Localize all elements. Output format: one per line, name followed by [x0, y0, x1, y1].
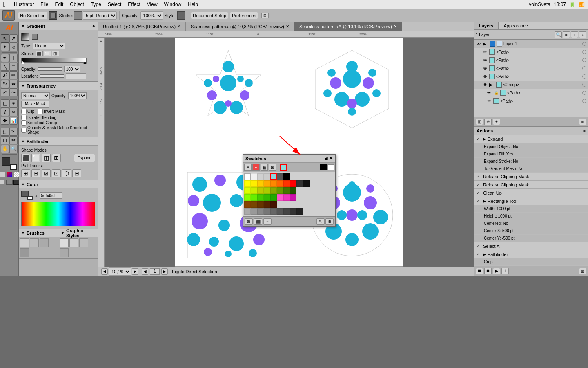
- rotate-tool[interactable]: ↻: [1, 80, 9, 88]
- sc-3[interactable]: [257, 180, 264, 187]
- black-swatch[interactable]: [320, 164, 327, 170]
- view-normal[interactable]: [0, 180, 5, 185]
- action-new-btn[interactable]: +: [501, 268, 509, 274]
- layer-path-3[interactable]: 👁 <Path>: [474, 64, 588, 72]
- layer-path-1[interactable]: 👁 <Path>: [474, 48, 588, 56]
- path-1-eye[interactable]: 👁: [482, 49, 488, 55]
- sr-5-9[interactable]: [296, 208, 303, 215]
- sr-2-7[interactable]: [283, 187, 290, 194]
- page-prev[interactable]: ◀: [142, 268, 148, 275]
- swatch-delete[interactable]: 🗑: [325, 218, 334, 225]
- tab-layers[interactable]: Layers: [474, 22, 499, 29]
- sr-4-5[interactable]: [270, 201, 277, 208]
- action-pathfinder[interactable]: ✓ ▶ Pathfinder: [474, 250, 588, 258]
- layer-group-1[interactable]: 👁 ▶ <Group>: [474, 81, 588, 89]
- path-5-lock[interactable]: 🔒: [493, 91, 499, 95]
- stroke-btn-1[interactable]: ⬛: [36, 51, 43, 56]
- swatch-show-gradient[interactable]: ▦: [261, 164, 268, 171]
- zoom-select[interactable]: 10,1%: [109, 267, 131, 276]
- stroke-weight-select[interactable]: 5 pt. Round: [83, 11, 117, 20]
- sc-4[interactable]: [264, 180, 270, 187]
- none-swatch[interactable]: [0, 172, 5, 177]
- opacity-t-value[interactable]: 100%: [68, 92, 87, 99]
- sc-6[interactable]: [277, 180, 283, 187]
- gradient-stroke-fill[interactable]: [32, 34, 38, 40]
- color-stroke-swatch[interactable]: [27, 196, 33, 200]
- slice-tool[interactable]: ✂: [9, 128, 18, 136]
- swatch-show-color[interactable]: ●: [252, 164, 260, 171]
- swatch-show-all[interactable]: ≡: [244, 164, 252, 171]
- action-delete-btn[interactable]: 🗑: [579, 268, 586, 274]
- path-2-target[interactable]: [582, 58, 586, 62]
- gradient-swatch-preview[interactable]: [21, 33, 29, 41]
- path-1-target[interactable]: [582, 50, 586, 54]
- preferences-button[interactable]: Preferences: [230, 12, 258, 19]
- path-5-target[interactable]: [582, 91, 586, 95]
- path-5-eye[interactable]: 👁: [486, 90, 492, 96]
- brush-swatch-3[interactable]: [40, 238, 49, 247]
- opacity-mask-check[interactable]: [21, 128, 27, 133]
- color-spectrum[interactable]: [21, 202, 95, 226]
- menu-type[interactable]: Type: [91, 2, 101, 7]
- action-record-btn[interactable]: ⏺: [484, 268, 492, 274]
- knockout-check[interactable]: [21, 120, 27, 126]
- stroke-btn-2[interactable]: ⬜: [44, 51, 51, 56]
- layer-options-btn[interactable]: ≡: [563, 31, 570, 38]
- path-4-eye[interactable]: 👁: [482, 74, 488, 79]
- make-slash-release[interactable]: ◫: [476, 119, 483, 125]
- sr-5-6[interactable]: [277, 208, 283, 215]
- expand-arrow[interactable]: ▶: [483, 41, 488, 47]
- sr-3-4[interactable]: [264, 194, 270, 201]
- pathfinder-header[interactable]: ▼ Pathfinder: [19, 137, 98, 146]
- gradient-type-select[interactable]: Linear: [33, 43, 65, 49]
- action-release-clip-2[interactable]: ✓ Release Clipping Mask: [474, 181, 588, 189]
- menu-edit[interactable]: Edit: [55, 2, 64, 7]
- sr-5-5[interactable]: [270, 208, 277, 215]
- stroke-tool-swatch[interactable]: [10, 164, 17, 170]
- opacity-select[interactable]: 100%: [140, 11, 163, 20]
- hex-value-input[interactable]: [40, 192, 62, 199]
- pencil-tool[interactable]: ✏: [9, 71, 18, 79]
- type-tool[interactable]: T: [9, 54, 18, 62]
- divide-btn[interactable]: ⊞: [21, 169, 30, 177]
- style-swatch[interactable]: [177, 11, 185, 20]
- opacity-slider[interactable]: [38, 67, 62, 71]
- brush-swatch-2[interactable]: [30, 238, 39, 247]
- sr-3-5[interactable]: [270, 194, 277, 201]
- gradient-tool[interactable]: ◫: [1, 99, 9, 108]
- location-slider[interactable]: [40, 74, 64, 78]
- path-3-target[interactable]: [582, 66, 586, 70]
- opacity-g-value[interactable]: 100%: [64, 66, 80, 72]
- scissors-tool[interactable]: ✂: [9, 136, 18, 144]
- line-tool[interactable]: ╲: [1, 63, 9, 71]
- view-outline[interactable]: [6, 180, 13, 185]
- merge-btn[interactable]: ⊠: [42, 169, 51, 177]
- artboard-tool[interactable]: ⬚: [1, 128, 9, 136]
- sr-3-2[interactable]: [251, 194, 257, 201]
- zoom-tool[interactable]: 🔍: [9, 145, 18, 153]
- group-target[interactable]: [582, 83, 586, 87]
- clip-checkbox[interactable]: Clip: [21, 109, 34, 114]
- stroke-btn-3[interactable]: ◫: [52, 51, 59, 56]
- selection-tool[interactable]: ↖: [1, 34, 9, 43]
- swatch-light1[interactable]: [251, 173, 257, 180]
- sr-2-5[interactable]: [270, 187, 277, 194]
- stroke-color[interactable]: [74, 11, 82, 20]
- swatch-light3[interactable]: [264, 173, 270, 180]
- color-header[interactable]: ▼ Color: [19, 180, 98, 188]
- sr-4-1[interactable]: [244, 201, 251, 208]
- sr-2-2[interactable]: [251, 187, 257, 194]
- tab-appearance[interactable]: Appearance: [499, 22, 533, 29]
- sr-3-7[interactable]: [283, 194, 290, 201]
- sr-4-4[interactable]: [264, 201, 270, 208]
- layer-path-5[interactable]: 👁 🔒 <Path>: [474, 89, 588, 97]
- trim-btn[interactable]: ⊟: [31, 169, 40, 177]
- new-sublayer[interactable]: ⊕: [484, 119, 492, 125]
- layer-search-btn[interactable]: 🔍: [555, 31, 562, 38]
- tab-untitled-close[interactable]: ✕: [177, 24, 180, 29]
- sr-5-1[interactable]: [244, 208, 251, 215]
- sr-3-6[interactable]: [277, 194, 283, 201]
- transparency-header[interactable]: ▼ Transparency: [19, 82, 98, 90]
- sr-2-4[interactable]: [264, 187, 270, 194]
- hand-tool[interactable]: ✋: [1, 145, 9, 153]
